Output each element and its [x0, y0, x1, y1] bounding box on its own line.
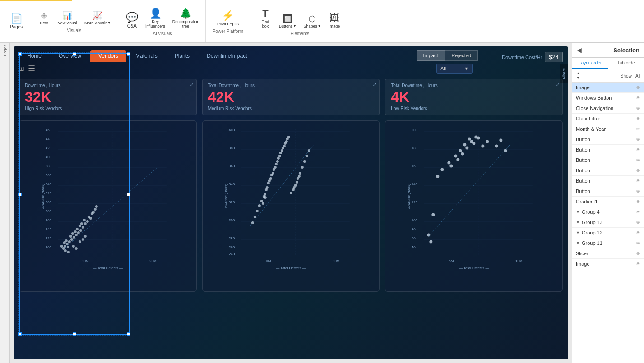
more-visuals-button[interactable]: 📈 More visuals ▼ — [82, 10, 113, 27]
resize-handle-br[interactable] — [127, 332, 130, 336]
layer-item-slicer[interactable]: Slicer 👁 — [572, 248, 644, 259]
panel-header: ◀ Selection — [572, 43, 644, 58]
power-apps-button[interactable]: ⚡ Power Apps — [214, 9, 241, 28]
layer-item-group12[interactable]: ▼ Group 12 👁 — [572, 228, 644, 238]
svg-text:460: 460 — [46, 128, 52, 132]
text-box-button[interactable]: T Textbox — [256, 7, 274, 30]
chart-medium-risk[interactable]: 400 380 360 340 320 300 280 260 240 — [202, 120, 380, 292]
layer-item-month-year[interactable]: Month & Year 👁 — [572, 124, 644, 134]
svg-point-45 — [89, 217, 92, 220]
eye-icon-17[interactable]: 👁 — [636, 262, 640, 267]
layer-item-button-6[interactable]: Button 👁 — [572, 186, 644, 197]
menu-icon[interactable]: ☰ — [28, 64, 35, 74]
chart-high-risk[interactable]: 460 440 420 400 380 360 340 320 300 280 … — [19, 120, 197, 292]
metrics-row: Downtime , Hours 32K High Risk Vendors ⤢… — [14, 75, 568, 119]
pages-button[interactable]: 📄 Pages — [7, 12, 25, 31]
tab-plants[interactable]: Plants — [167, 50, 198, 62]
layer-item-button-2[interactable]: Button 👁 — [572, 145, 644, 155]
layer-item-image-top[interactable]: Image 👁 — [572, 83, 644, 93]
eye-icon-16[interactable]: 👁 — [636, 251, 640, 256]
metric-label-0: Downtime , Hours — [25, 83, 191, 88]
eye-icon-11[interactable]: 👁 — [636, 199, 640, 204]
toolbar: 📄 Pages ⊕ New 📊 New visual 📈 More visual… — [0, 0, 644, 43]
svg-text:10M: 10M — [333, 259, 340, 263]
svg-text:Downtime (Hours): Downtime (Hours) — [224, 184, 228, 209]
canvas-area[interactable]: Home Overview Vendors Materials Plants D… — [10, 43, 572, 363]
tab-overview[interactable]: Overview — [51, 50, 89, 62]
qa-button[interactable]: 💬 Q&A — [123, 11, 141, 30]
layer-item-group4[interactable]: ▼ Group 4 👁 — [572, 207, 644, 217]
svg-point-28 — [68, 240, 71, 243]
tab-vendors[interactable]: Vendors — [90, 50, 126, 62]
buttons-button[interactable]: 🔲 Buttons ▼ — [276, 13, 299, 30]
eye-icon-14[interactable]: 👁 — [636, 230, 640, 235]
svg-point-150 — [468, 138, 471, 141]
layer-item-group13[interactable]: ▼ Group 13 👁 — [572, 217, 644, 228]
svg-point-113 — [299, 172, 301, 175]
eye-icon-1[interactable]: 👁 — [636, 96, 640, 101]
shapes-button[interactable]: ⬡ Shapes ▼ — [301, 13, 323, 30]
eye-icon-8[interactable]: 👁 — [636, 168, 640, 173]
svg-point-51 — [64, 249, 67, 252]
decomposition-button[interactable]: 🌲 Decompositiontree — [170, 7, 202, 30]
filter-icon[interactable]: ⊞ — [19, 65, 24, 72]
key-influencers-button[interactable]: 👤 Keyinfluencers — [143, 7, 168, 30]
impact-button[interactable]: Impact — [417, 50, 445, 61]
svg-text:40: 40 — [412, 245, 416, 249]
new-item-icon: ⊕ — [41, 12, 47, 20]
eye-icon-10[interactable]: 👁 — [636, 189, 640, 194]
new-visual-button[interactable]: 📊 New visual — [55, 10, 80, 27]
tab-materials[interactable]: Materials — [127, 50, 166, 62]
layer-item-image-bottom[interactable]: Image 👁 — [572, 259, 644, 269]
eye-icon-4[interactable]: 👁 — [636, 127, 640, 132]
eye-icon-3[interactable]: 👁 — [636, 116, 640, 121]
layer-item-button-5[interactable]: Button 👁 — [572, 176, 644, 186]
expand-icon-group11: ▼ — [576, 241, 580, 245]
eye-icon-12[interactable]: 👁 — [636, 210, 640, 215]
eye-icon-15[interactable]: 👁 — [636, 241, 640, 246]
layer-item-group11[interactable]: ▼ Group 11 👁 — [572, 238, 644, 248]
svg-point-43 — [86, 220, 89, 223]
resize-handle-bl[interactable] — [18, 332, 22, 336]
layer-item-close-nav[interactable]: Close Navigation 👁 — [572, 103, 644, 114]
panel-controls: ▲ ▼ Show All — [572, 69, 644, 83]
new-item-button[interactable]: ⊕ New — [35, 10, 53, 27]
layer-item-gradient1[interactable]: Gradient1 👁 — [572, 197, 644, 207]
dropdown-arrow-icon: ▼ — [464, 66, 468, 71]
eye-icon-5[interactable]: 👁 — [636, 137, 640, 142]
tab-downtime-impact[interactable]: DowntimeImpact — [199, 50, 255, 62]
image-button[interactable]: 🖼 Image — [325, 11, 343, 30]
show-label: Show — [621, 74, 632, 78]
expand-icon-0[interactable]: ⤢ — [190, 82, 194, 87]
eye-icon-6[interactable]: 👁 — [636, 147, 640, 152]
layer-item-button-1[interactable]: Button 👁 — [572, 134, 644, 145]
svg-point-108 — [254, 216, 256, 218]
cost-label: Downtime Cost/Hr — [502, 55, 542, 60]
svg-point-32 — [71, 232, 74, 235]
move-down-button[interactable]: ▼ — [576, 76, 580, 80]
tab-tab-order[interactable]: Tab orde — [608, 58, 644, 69]
panel-collapse-button[interactable]: ◀ — [577, 46, 582, 54]
resize-handle-bm[interactable] — [73, 332, 76, 336]
tab-home[interactable]: Home — [19, 50, 50, 62]
svg-point-165 — [430, 240, 433, 244]
move-up-button[interactable]: ▲ — [576, 71, 580, 76]
eye-icon-7[interactable]: 👁 — [636, 158, 640, 163]
eye-icon-13[interactable]: 👁 — [636, 220, 640, 225]
layer-item-button-4[interactable]: Button 👁 — [572, 165, 644, 176]
chart-low-risk[interactable]: 200 180 160 140 120 100 80 60 40 — [385, 120, 563, 292]
eye-icon-9[interactable]: 👁 — [636, 179, 640, 184]
filter-dropdown[interactable]: All ▼ — [436, 64, 473, 74]
tab-layer-order[interactable]: Layer order — [572, 58, 608, 69]
svg-point-54 — [60, 245, 63, 248]
rejected-button[interactable]: Rejected — [445, 50, 478, 61]
svg-text:Downtime (Hours): Downtime (Hours) — [41, 184, 45, 209]
eye-icon-0[interactable]: 👁 — [636, 85, 640, 90]
eye-icon-2[interactable]: 👁 — [636, 106, 640, 111]
expand-icon-2[interactable]: ⤢ — [556, 82, 560, 87]
layer-item-button-3[interactable]: Button 👁 — [572, 155, 644, 165]
svg-text:20M: 20M — [149, 259, 157, 263]
layer-item-windows-button[interactable]: Windows Button 👁 — [572, 93, 644, 103]
expand-icon-1[interactable]: ⤢ — [373, 82, 376, 87]
layer-item-clear-filter[interactable]: Clear Filter 👁 — [572, 114, 644, 124]
